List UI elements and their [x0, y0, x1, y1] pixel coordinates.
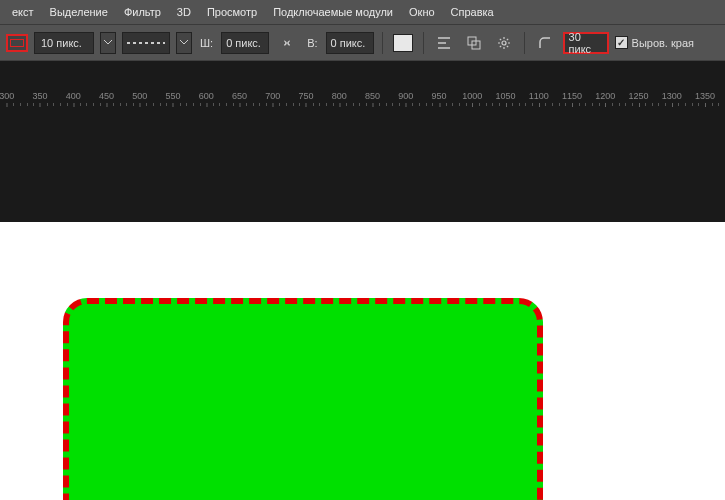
menu-help[interactable]: Справка — [443, 0, 502, 24]
ruler-tick: 550 — [165, 91, 180, 101]
ruler-tick: 350 — [32, 91, 47, 101]
menu-plugins[interactable]: Подключаемые модули — [265, 0, 401, 24]
menu-selection[interactable]: Выделение — [42, 0, 116, 24]
ruler-tick: 500 — [132, 91, 147, 101]
corner-radius-icon — [533, 31, 557, 55]
stroke-width-input[interactable]: 10 пикс. — [34, 32, 94, 54]
ruler-tick: 1300 — [662, 91, 682, 101]
ruler-tick: 1250 — [629, 91, 649, 101]
gear-icon[interactable] — [492, 31, 516, 55]
align-edges-label: Выров. края — [632, 37, 694, 49]
ruler-tick: 750 — [298, 91, 313, 101]
ruler-tick: 650 — [232, 91, 247, 101]
ruler-tick: 1350 — [695, 91, 715, 101]
menu-view[interactable]: Просмотр — [199, 0, 265, 24]
height-input[interactable]: 0 пикс. — [326, 32, 374, 54]
ruler-tick: 950 — [431, 91, 446, 101]
ruler-tick: 600 — [199, 91, 214, 101]
canvas[interactable] — [0, 222, 725, 500]
ruler-tick: 850 — [365, 91, 380, 101]
stroke-width-dropdown[interactable] — [100, 32, 116, 54]
fill-color-button[interactable] — [391, 31, 415, 55]
ruler-tick: 1100 — [529, 91, 549, 101]
rounded-rectangle-shape[interactable] — [63, 298, 543, 500]
separator — [524, 32, 525, 54]
menu-window[interactable]: Окно — [401, 0, 443, 24]
menu-bar: екст Выделение Фильтр 3D Просмотр Подклю… — [0, 0, 725, 24]
ruler-tick: 800 — [332, 91, 347, 101]
ruler-tick: 300 — [0, 91, 14, 101]
shape-mode-button[interactable] — [6, 34, 28, 52]
height-label: В: — [307, 37, 317, 49]
ruler-tick: 1000 — [462, 91, 482, 101]
width-label: Ш: — [200, 37, 213, 49]
svg-point-2 — [502, 41, 506, 45]
workspace-dark-area: 3003504004505005506006507007508008509009… — [0, 60, 725, 222]
align-icon[interactable] — [432, 31, 456, 55]
stroke-style-button[interactable] — [122, 32, 170, 54]
separator — [382, 32, 383, 54]
ruler-tick: 900 — [398, 91, 413, 101]
width-input[interactable]: 0 пикс. — [221, 32, 269, 54]
path-operations-icon[interactable] — [462, 31, 486, 55]
options-bar: 10 пикс. Ш: 0 пикс. В: 0 пикс. 30 пикс ✓… — [0, 24, 725, 60]
ruler-tick: 1050 — [495, 91, 515, 101]
menu-text[interactable]: екст — [4, 0, 42, 24]
ruler-tick: 450 — [99, 91, 114, 101]
menu-filter[interactable]: Фильтр — [116, 0, 169, 24]
ruler-tick: 1200 — [595, 91, 615, 101]
link-dimensions-icon[interactable] — [275, 31, 299, 55]
align-edges-checkbox[interactable]: ✓ — [615, 36, 628, 49]
horizontal-ruler: 3003504004505005506006507007508008509009… — [0, 91, 725, 109]
radius-input[interactable]: 30 пикс — [563, 32, 609, 54]
stroke-style-dropdown[interactable] — [176, 32, 192, 54]
menu-3d[interactable]: 3D — [169, 0, 199, 24]
ruler-tick: 1150 — [562, 91, 582, 101]
align-edges-group[interactable]: ✓ Выров. края — [615, 36, 694, 49]
ruler-tick: 700 — [265, 91, 280, 101]
ruler-tick: 400 — [66, 91, 81, 101]
separator — [423, 32, 424, 54]
